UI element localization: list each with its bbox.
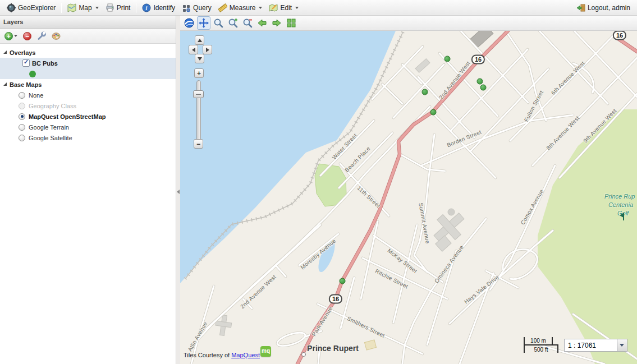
map-menu-button[interactable]: Map <box>64 2 102 14</box>
pub-marker[interactable] <box>422 89 428 95</box>
pan-north-button[interactable] <box>195 35 204 45</box>
zoom-out-button[interactable] <box>241 16 254 30</box>
pub-marker[interactable] <box>430 109 437 116</box>
app-toolbar: GeoExplorer Map Print i Identify Query M… <box>0 0 637 16</box>
golf-course-label: Centenia <box>608 201 633 208</box>
scale-bar: 100 m 500 ft <box>524 337 558 353</box>
pan-east-button[interactable] <box>203 45 212 54</box>
geoexplorer-logo-icon <box>7 3 16 12</box>
scale-combo[interactable]: 1 : 17061 <box>564 339 627 352</box>
panel-splitter[interactable] <box>176 16 180 364</box>
google-earth-3d-button[interactable] <box>182 16 196 30</box>
next-extent-button[interactable] <box>270 16 283 30</box>
radio-icon[interactable] <box>19 124 25 131</box>
pan-tool-button[interactable] <box>197 16 210 30</box>
add-layer-button[interactable]: + <box>3 31 19 42</box>
pub-marker[interactable] <box>444 56 451 62</box>
layer-tree: Overlays ✓ BC Pubs Base Maps None Geogra… <box>0 44 176 143</box>
previous-extent-button[interactable] <box>255 16 269 30</box>
tree-node-overlays[interactable]: Overlays <box>0 47 176 58</box>
edit-styles-button[interactable] <box>50 30 62 42</box>
scale-value: 1 : 17061 <box>565 339 617 351</box>
base-layer-mapquest-osm[interactable]: MapQuest OpenStreetMap <box>0 111 176 122</box>
toolbar-separator <box>136 3 136 13</box>
layers-panel-toolbar: + − <box>0 29 176 44</box>
tree-node-base-maps[interactable]: Base Maps <box>0 79 176 90</box>
magnifier-plus-icon <box>228 18 238 28</box>
mapquest-logo-icon: mq <box>260 346 271 357</box>
map-attribution: Tiles Courtesy of MapQuest <box>184 352 260 358</box>
layer-visibility-checkbox[interactable]: ✓ <box>22 59 30 67</box>
highway-shield: 16 <box>471 55 485 64</box>
attribution-text: Tiles Courtesy of <box>184 352 231 358</box>
collapse-triangle-icon[interactable] <box>3 50 7 54</box>
base-layer-none[interactable]: None <box>0 90 176 100</box>
zoom-out-slider-button[interactable]: − <box>194 139 203 149</box>
pub-marker[interactable] <box>477 79 483 85</box>
collapse-panel-arrow-icon[interactable] <box>177 190 180 194</box>
identify-label: Identify <box>153 4 175 12</box>
chevron-down-icon <box>95 7 99 9</box>
base-layer-label: None <box>29 92 43 99</box>
radio-selected-icon[interactable] <box>19 113 25 120</box>
google-earth-icon <box>184 18 194 28</box>
base-layer-google-terrain[interactable]: Google Terrain <box>0 122 176 132</box>
edit-map-icon <box>269 3 278 12</box>
palette-icon <box>52 31 61 40</box>
zoom-in-slider-button[interactable]: + <box>194 68 204 78</box>
collapse-triangle-icon[interactable] <box>3 82 7 86</box>
radio-disabled-icon <box>19 103 25 109</box>
city-label: Prince Rupert <box>307 344 359 353</box>
zoom-slider-handle[interactable] <box>193 90 204 98</box>
print-label: Print <box>117 4 131 12</box>
zoom-box-button[interactable] <box>212 16 225 30</box>
magnifier-icon <box>213 18 223 28</box>
pan-arrows-icon <box>199 18 209 28</box>
map-viewport[interactable]: 2nd Avenue WestWater StreetBeach Place11… <box>180 31 637 364</box>
arrow-right-icon <box>206 48 209 52</box>
tree-node-bc-pubs[interactable]: ✓ BC Pubs <box>0 58 176 68</box>
zoom-in-button[interactable] <box>226 16 240 30</box>
pan-west-button[interactable] <box>189 45 198 54</box>
geoexplorer-brand[interactable]: GeoExplorer <box>3 2 59 14</box>
query-button[interactable]: Query <box>178 2 215 14</box>
measure-button[interactable]: Measure <box>215 2 266 14</box>
pub-marker[interactable] <box>340 278 346 284</box>
radio-icon[interactable] <box>19 135 25 141</box>
pub-marker[interactable] <box>480 85 487 91</box>
radio-icon[interactable] <box>19 92 25 99</box>
green-arrow-right-icon <box>272 18 282 28</box>
layers-panel-header: Layers <box>0 16 176 29</box>
logout-button[interactable]: Logout, admin <box>573 2 634 14</box>
chevron-down-icon <box>14 35 17 37</box>
magnifier-minus-icon <box>242 18 253 28</box>
print-button[interactable]: Print <box>102 2 134 14</box>
overlays-label: Overlays <box>10 49 35 56</box>
wrench-icon <box>37 31 46 40</box>
bc-pubs-label: BC Pubs <box>32 60 58 67</box>
identify-info-icon: i <box>142 3 151 12</box>
toolbar-separator <box>61 3 62 13</box>
base-layer-google-satellite[interactable]: Google Satellite <box>0 132 176 143</box>
base-layer-label: MapQuest OpenStreetMap <box>29 113 106 120</box>
layers-panel: Layers + − Overlays ✓ BC Pubs <box>0 16 176 364</box>
mapquest-link[interactable]: MapQuest <box>231 352 260 358</box>
highway-shield: 16 <box>329 294 342 304</box>
pan-south-button[interactable] <box>195 54 204 63</box>
edit-button[interactable]: Edit <box>265 2 302 14</box>
check-icon: ✓ <box>24 58 29 66</box>
combo-dropdown-button[interactable] <box>617 339 627 351</box>
scale-bar-imperial: 500 ft <box>524 344 558 353</box>
zoom-max-extent-button[interactable] <box>285 16 298 30</box>
base-maps-label: Base Maps <box>10 81 42 88</box>
green-arrow-left-icon <box>257 18 267 28</box>
layer-properties-button[interactable] <box>35 30 48 42</box>
base-layer-label: Google Satellite <box>29 135 72 141</box>
minus-icon: − <box>196 140 200 148</box>
base-layer-geography-class[interactable]: Geography Class <box>0 100 176 111</box>
zoom-slider-track[interactable] <box>196 80 201 143</box>
identify-button[interactable]: i Identify <box>139 2 178 14</box>
arrow-down-icon <box>198 57 202 61</box>
query-label: Query <box>193 4 212 12</box>
remove-layer-button[interactable]: − <box>21 31 33 42</box>
